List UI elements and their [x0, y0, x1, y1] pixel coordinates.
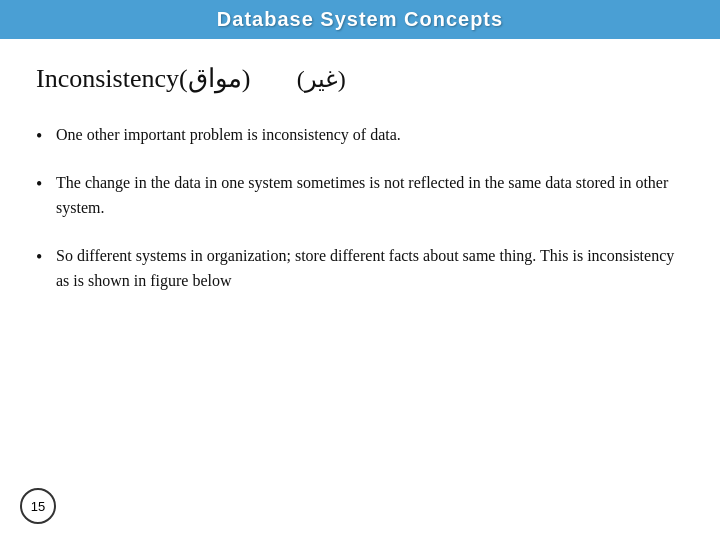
header-title: Database System Concepts: [217, 8, 503, 30]
bullet-text-2: The change in the data in one system som…: [56, 174, 668, 217]
bullet-list: One other important problem is inconsist…: [36, 122, 684, 294]
list-item: One other important problem is inconsist…: [36, 122, 684, 148]
section-title-en: Inconsistency(مواق): [36, 64, 250, 93]
list-item: The change in the data in one system som…: [36, 170, 684, 221]
main-content: Inconsistency(مواق) (غیر) One other impo…: [0, 39, 720, 336]
section-title-arabic: (غیر): [297, 65, 346, 93]
list-item: So different systems in organization; st…: [36, 243, 684, 294]
bullet-text-3: So different systems in organization; st…: [56, 247, 674, 290]
section-title: Inconsistency(مواق) (غیر): [36, 63, 684, 94]
bullet-text-1: One other important problem is inconsist…: [56, 126, 401, 143]
page-number: 15: [20, 488, 56, 524]
header: Database System Concepts: [0, 0, 720, 39]
